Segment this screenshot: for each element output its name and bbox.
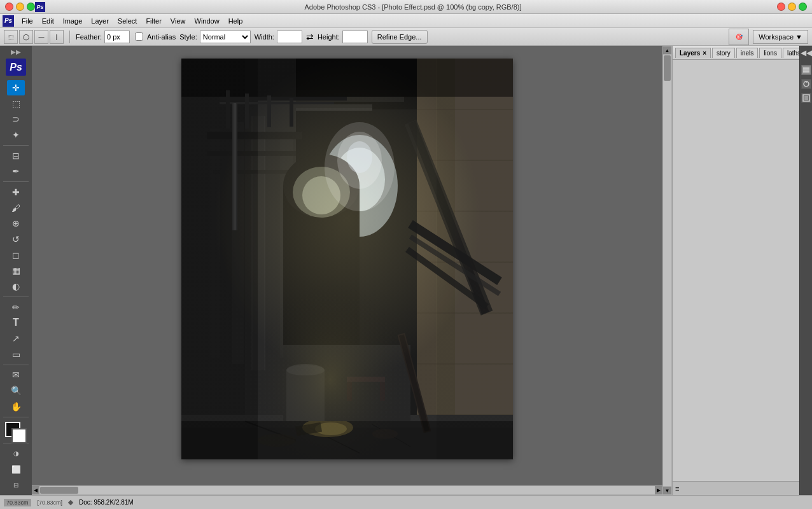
- title-bar: Ps Adobe Photoshop CS3 - [Photo Effect.p…: [0, 0, 812, 14]
- clone-btn[interactable]: ⊕: [7, 216, 25, 231]
- window-controls-left[interactable]: [5, 3, 35, 11]
- layers-tab-close[interactable]: ×: [703, 50, 706, 57]
- canvas-area[interactable]: [32, 46, 662, 495]
- scroll-down-btn[interactable]: ▼: [663, 487, 671, 494]
- feather-input[interactable]: [104, 31, 130, 43]
- separator-toolbar-1: [3, 145, 29, 146]
- rect-marquee-btn[interactable]: ⬚: [4, 30, 18, 44]
- quick-mask-btn[interactable]: ◑: [7, 446, 25, 461]
- refine-edge-button[interactable]: Refine Edge...: [372, 30, 428, 44]
- minimize-button[interactable]: [16, 3, 24, 11]
- window-controls-right[interactable]: [777, 3, 807, 11]
- scroll-right-btn[interactable]: ▶: [655, 486, 662, 494]
- pen-btn[interactable]: ✏: [7, 300, 25, 315]
- eyedropper-btn[interactable]: ✒: [7, 164, 25, 179]
- lasso-tool-btn[interactable]: ⊃: [7, 111, 25, 127]
- svg-rect-61: [220, 97, 347, 101]
- anti-alias-label: Anti-alias: [147, 33, 176, 41]
- sample-icon[interactable]: 🎯: [729, 29, 749, 45]
- style-select[interactable]: Normal Fixed Ratio Fixed Size: [200, 31, 251, 43]
- toolbar-collapse[interactable]: ▶▶: [11, 48, 21, 55]
- svg-rect-66: [290, 98, 293, 127]
- healing-btn[interactable]: ✚: [7, 185, 25, 200]
- svg-rect-56: [181, 59, 513, 97]
- status-doc-info: Doc: 958.2K/2.81M: [79, 499, 134, 506]
- actions-tab[interactable]: lions: [759, 48, 781, 58]
- canvas-vscrollbar[interactable]: ▲ ▼: [662, 46, 672, 495]
- svg-rect-57: [181, 421, 513, 459]
- adjustments-panel-btn[interactable]: [801, 79, 811, 89]
- eraser-btn[interactable]: ◻: [7, 248, 25, 263]
- shape-btn[interactable]: ▭: [7, 347, 25, 362]
- marquee-type-selector[interactable]: ⬚ ◯ — |: [4, 30, 64, 44]
- width-label: Width:: [255, 33, 274, 41]
- gradient-btn[interactable]: ▦: [7, 263, 25, 279]
- scroll-left-btn[interactable]: ◀: [32, 486, 39, 494]
- status-dimension2: [70.83cm]: [38, 499, 63, 506]
- scroll-track[interactable]: [663, 55, 671, 486]
- maximize-button[interactable]: [27, 3, 35, 11]
- hand-btn[interactable]: ✋: [7, 399, 25, 414]
- paths-tab-label: laths: [787, 50, 801, 57]
- height-input[interactable]: [342, 31, 368, 43]
- properties-panel-btn[interactable]: [801, 65, 811, 75]
- workspace-label: Workspace: [759, 33, 794, 41]
- anti-alias-checkbox[interactable]: [135, 32, 143, 41]
- navigator-panel-btn[interactable]: [801, 93, 811, 103]
- menu-view[interactable]: View: [167, 16, 190, 26]
- layers-panel-header: Layers × story inels lions laths _ ×: [673, 46, 799, 60]
- menu-help[interactable]: Help: [225, 16, 247, 26]
- minimize-button-right[interactable]: [788, 3, 796, 11]
- scroll-thumb[interactable]: [664, 55, 671, 81]
- move-tool-btn[interactable]: ✛: [7, 80, 25, 95]
- fullscreen-btn[interactable]: ⊟: [7, 477, 25, 492]
- close-button-right[interactable]: [777, 3, 785, 11]
- status-arrow[interactable]: [68, 499, 73, 505]
- dodge-btn[interactable]: ◐: [7, 279, 25, 294]
- menu-file[interactable]: File: [18, 16, 37, 26]
- layers-tab[interactable]: Layers ×: [675, 48, 711, 58]
- svg-rect-73: [803, 69, 809, 71]
- single-col-btn[interactable]: |: [50, 30, 64, 44]
- menu-filter[interactable]: Filter: [142, 16, 165, 26]
- maximize-button-right[interactable]: [799, 3, 807, 11]
- screen-mode-btn[interactable]: ⬜: [7, 462, 25, 477]
- layers-menu-icon[interactable]: ≡: [675, 485, 679, 492]
- brush-btn[interactable]: 🖌: [7, 200, 25, 216]
- channels-tab-label: inels: [741, 50, 754, 57]
- text-btn[interactable]: T: [7, 315, 25, 330]
- hscroll-track[interactable]: [39, 486, 655, 494]
- menu-layer[interactable]: Layer: [87, 16, 113, 26]
- notes-btn[interactable]: ✉: [7, 367, 25, 382]
- background-color-swatch[interactable]: [11, 428, 27, 443]
- workspace-button[interactable]: Workspace ▼: [753, 30, 808, 44]
- panel-arrow-icon[interactable]: ◀◀: [801, 48, 812, 57]
- layers-panel-content: [673, 60, 799, 481]
- history-brush-btn[interactable]: ↺: [7, 232, 25, 247]
- color-swatches[interactable]: [5, 422, 27, 440]
- svg-rect-68: [234, 103, 236, 230]
- path-selection-btn[interactable]: ↗: [7, 331, 25, 346]
- main-layout: ▶▶ Ps ✛ ⬚ ⊃ ✦ ⊟ ✒ ✚ 🖌 ⊕ ↺ ◻ ▦ ◐ ✏ T ↗ ▭ …: [0, 46, 812, 495]
- menu-image[interactable]: Image: [59, 16, 87, 26]
- scroll-up-btn[interactable]: ▲: [663, 46, 671, 54]
- marquee-tool-btn[interactable]: ⬚: [7, 96, 25, 111]
- menu-edit[interactable]: Edit: [38, 16, 58, 26]
- close-button[interactable]: [5, 3, 13, 11]
- svg-rect-78: [804, 96, 808, 100]
- channels-tab[interactable]: inels: [736, 48, 759, 58]
- menu-bar: Ps File Edit Image Layer Select Filter V…: [0, 14, 812, 28]
- crop-tool-btn[interactable]: ⊟: [7, 148, 25, 164]
- magic-wand-btn[interactable]: ✦: [7, 127, 25, 143]
- ellip-marquee-btn[interactable]: ◯: [19, 30, 33, 44]
- swap-icon[interactable]: ⇄: [306, 32, 314, 42]
- history-tab[interactable]: story: [712, 48, 735, 58]
- canvas-hscrollbar[interactable]: ◀ ▶: [32, 485, 662, 495]
- zoom-btn[interactable]: 🔍: [7, 383, 25, 398]
- separator-toolbar-3: [3, 296, 29, 297]
- single-row-btn[interactable]: —: [34, 30, 48, 44]
- menu-window[interactable]: Window: [191, 16, 223, 26]
- width-input[interactable]: [277, 31, 302, 43]
- menu-select[interactable]: Select: [114, 16, 141, 26]
- hscroll-thumb[interactable]: [40, 487, 78, 494]
